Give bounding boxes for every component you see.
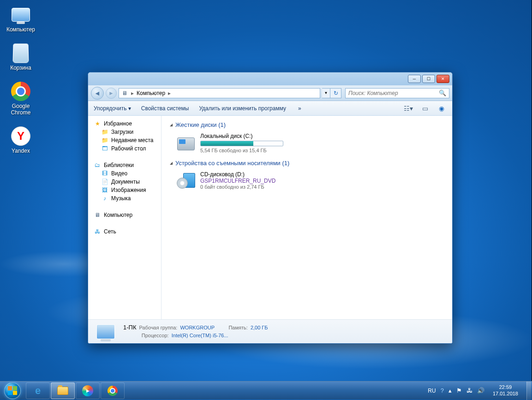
tray-date: 17.01.2018 — [493, 391, 518, 397]
sidebar-computer[interactable]: 🖥Компьютер — [88, 211, 161, 219]
desktop-icon-label: Корзина — [4, 65, 38, 71]
desktop-icon-recycle-bin[interactable]: Корзина — [4, 43, 38, 71]
drive-title: CD-дисковод (D:) — [200, 171, 297, 178]
folder-icon: 📁 — [101, 129, 108, 135]
ie-icon: e — [35, 385, 41, 397]
cmd-uninstall-program[interactable]: Удалить или изменить программу — [199, 105, 286, 112]
star-icon: ★ — [94, 120, 101, 127]
hdd-icon — [177, 137, 195, 150]
taskbar-ie[interactable]: e — [26, 382, 50, 399]
minimize-button[interactable]: ─ — [408, 75, 421, 83]
desktop-icon: 🗔 — [101, 145, 108, 152]
recycle-bin-icon — [13, 44, 29, 63]
sidebar-item-pictures[interactable]: 🖼Изображения — [88, 186, 161, 194]
group-header-hdd[interactable]: Жесткие диски (1) — [170, 121, 444, 128]
computer-icon — [12, 8, 30, 22]
group-header-removable[interactable]: Устройства со съемными носителями (1) — [170, 160, 444, 167]
search-input[interactable] — [348, 90, 439, 96]
details-workgroup-label: Рабочая группа: — [139, 325, 178, 330]
desktop-icon-label: Google Chrome — [4, 103, 38, 116]
search-icon[interactable]: 🔍 — [439, 90, 446, 96]
windows-orb-icon — [4, 382, 21, 399]
sidebar-item-downloads[interactable]: 📁Загрузки — [88, 128, 161, 136]
network-icon[interactable]: 🖧 — [466, 387, 472, 394]
network-icon: 🖧 — [94, 228, 101, 235]
desktop[interactable]: Компьютер Корзина Google Chrome Y Yandex… — [0, 0, 532, 400]
sidebar-item-videos[interactable]: 🎞Видео — [88, 169, 161, 178]
navigation-bar: ◄ ► 🖥 ▸ Компьютер ▸ ▼ ↻ 🔍 — [88, 85, 452, 101]
action-center-icon[interactable]: ⚑ — [456, 387, 462, 394]
command-bar: Упорядочить ▾ Свойства системы Удалить и… — [88, 101, 452, 116]
taskbar: e RU ? ▴ ⚑ 🖧 🔊 22:59 17.01.2018 — [0, 381, 532, 400]
sidebar-item-recent[interactable]: 📁Недавние места — [88, 136, 161, 144]
computer-icon — [96, 324, 115, 339]
folder-icon: 📁 — [101, 137, 108, 143]
desktop-icon-computer[interactable]: Компьютер — [4, 5, 38, 33]
volume-icon[interactable]: 🔊 — [477, 387, 484, 394]
details-memory-value: 2,00 ГБ — [251, 325, 268, 330]
chrome-icon — [108, 386, 118, 396]
start-button[interactable] — [1, 382, 24, 400]
drive-label: GSP1RMCULFRER_RU_DVD — [200, 178, 297, 184]
libraries-icon: 🗂 — [94, 162, 101, 168]
music-icon: ♪ — [101, 195, 108, 202]
desktop-icon-yandex[interactable]: Y Yandex — [4, 126, 38, 154]
chevron-up-icon[interactable]: ▴ — [448, 387, 452, 394]
refresh-button[interactable]: ↻ — [330, 88, 341, 98]
sidebar-network[interactable]: 🖧Сеть — [88, 227, 161, 236]
cmd-organize[interactable]: Упорядочить ▾ — [94, 105, 131, 112]
back-button[interactable]: ◄ — [91, 87, 104, 100]
view-mode-button[interactable]: ☷▾ — [403, 104, 413, 113]
sidebar-libraries[interactable]: 🗂Библиотеки — [88, 161, 161, 169]
address-dropdown[interactable]: ▼ — [322, 88, 330, 98]
wmp-icon — [82, 385, 93, 396]
taskbar-chrome[interactable] — [101, 382, 125, 399]
close-button[interactable]: ✕ — [436, 75, 449, 83]
breadcrumb-item[interactable]: Компьютер — [137, 90, 165, 96]
cmd-overflow[interactable]: » — [296, 105, 303, 112]
content-pane: Жесткие диски (1) Локальный диск (C:) 5,… — [161, 116, 452, 319]
help-icon[interactable]: ? — [441, 387, 444, 394]
yandex-icon: Y — [11, 126, 30, 146]
tray-clock[interactable]: 22:59 17.01.2018 — [489, 384, 522, 396]
dvd-icon — [177, 173, 195, 189]
taskbar-explorer[interactable] — [51, 382, 75, 399]
preview-pane-button[interactable]: ▭ — [420, 104, 430, 113]
details-workgroup-value: WORKGROUP — [180, 325, 214, 330]
computer-icon: 🖥 — [121, 90, 128, 96]
explorer-window: ─ ☐ ✕ ◄ ► 🖥 ▸ Компьютер ▸ ▼ ↻ 🔍 Упорядо — [88, 72, 453, 344]
drive-title: Локальный диск (C:) — [200, 133, 297, 139]
maximize-button[interactable]: ☐ — [422, 75, 435, 83]
address-bar[interactable]: 🖥 ▸ Компьютер ▸ — [119, 88, 320, 98]
cmd-system-properties[interactable]: Свойства системы — [141, 105, 189, 112]
system-tray: RU ? ▴ ⚑ 🖧 🔊 22:59 17.01.2018 — [428, 382, 531, 400]
search-box[interactable]: 🔍 — [345, 88, 449, 98]
desktop-icon-label: Компьютер — [4, 26, 38, 33]
help-button[interactable]: ◉ — [436, 104, 447, 113]
drive-subtitle: 0 байт свободно из 2,74 ГБ — [200, 184, 297, 190]
drive-dvd-d[interactable]: CD-дисковод (D:) GSP1RMCULFRER_RU_DVD 0 … — [176, 171, 444, 190]
sidebar-item-desktop[interactable]: 🗔Рабочий стол — [88, 144, 161, 153]
taskbar-wmp[interactable] — [76, 382, 100, 399]
tray-language[interactable]: RU — [428, 388, 436, 394]
sidebar-item-documents[interactable]: 📄Документы — [88, 178, 161, 186]
drive-local-c[interactable]: Локальный диск (C:) 5,54 ГБ свободно из … — [176, 133, 444, 153]
details-memory-label: Память: — [228, 325, 247, 330]
details-cpu-value: Intel(R) Core(TM) i5-76... — [172, 333, 228, 338]
breadcrumb-separator: ▸ — [168, 90, 171, 96]
tray-time: 22:59 — [493, 384, 518, 390]
sidebar-item-music[interactable]: ♪Музыка — [88, 194, 161, 203]
show-desktop-button[interactable] — [526, 382, 531, 400]
computer-icon: 🖥 — [94, 212, 101, 218]
titlebar[interactable]: ─ ☐ ✕ — [88, 72, 452, 85]
forward-button[interactable]: ► — [106, 88, 117, 99]
capacity-bar — [200, 141, 283, 146]
chrome-icon — [11, 82, 30, 101]
desktop-icon-chrome[interactable]: Google Chrome — [4, 81, 38, 116]
details-cpu-label: Процессор: — [142, 333, 169, 338]
folder-icon — [57, 387, 68, 395]
sidebar-favorites[interactable]: ★Избранное — [88, 119, 161, 128]
details-name: 1-ПК — [123, 324, 136, 331]
details-pane: 1-ПК Рабочая группа: WORKGROUP Память: 2… — [88, 319, 452, 343]
navigation-pane: ★Избранное 📁Загрузки 📁Недавние места 🗔Ра… — [88, 116, 161, 319]
